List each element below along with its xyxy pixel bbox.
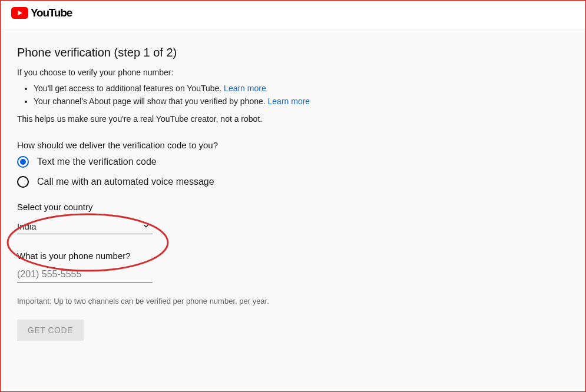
bullet-text: Your channel's About page will show that… [34, 97, 268, 106]
header: YouTube [1, 1, 585, 29]
youtube-wordmark: YouTube [31, 6, 72, 19]
country-value: India [17, 221, 37, 231]
radio-label: Text me the verification code [37, 157, 157, 167]
list-item: Your channel's About page will show that… [34, 95, 569, 108]
note-bold: Important: [17, 297, 52, 305]
list-item: You'll get access to additional features… [34, 82, 569, 95]
youtube-play-icon [11, 7, 28, 19]
phone-section: What is your phone number? [17, 251, 569, 283]
youtube-logo[interactable]: YouTube [11, 6, 72, 19]
page-title: Phone verification (step 1 of 2) [17, 46, 569, 59]
content-area: Phone verification (step 1 of 2) If you … [1, 29, 585, 389]
note-text: Up to two channels can be verified per p… [52, 297, 269, 305]
phone-input[interactable] [17, 267, 153, 283]
radio-icon-unselected [17, 176, 29, 188]
learn-more-link[interactable]: Learn more [224, 84, 266, 93]
radio-call-me[interactable]: Call me with an automated voice message [17, 176, 569, 188]
country-select[interactable]: India [17, 218, 153, 234]
helps-text: This helps us make sure you're a real Yo… [17, 114, 569, 124]
country-label: Select your country [17, 202, 170, 212]
phone-label: What is your phone number? [17, 251, 569, 261]
country-section: Select your country India [17, 202, 170, 234]
benefits-list: You'll get access to additional features… [17, 82, 569, 108]
bullet-text: You'll get access to additional features… [34, 84, 224, 93]
learn-more-link[interactable]: Learn more [268, 97, 310, 106]
radio-icon-selected [17, 156, 29, 168]
radio-text-me[interactable]: Text me the verification code [17, 156, 569, 168]
intro-text: If you choose to verify your phone numbe… [17, 68, 569, 77]
radio-label: Call me with an automated voice message [37, 177, 214, 187]
chevron-down-icon [142, 222, 150, 230]
get-code-button[interactable]: GET CODE [17, 320, 84, 341]
delivery-label: How should we deliver the verification c… [17, 140, 569, 150]
important-note: Important: Up to two channels can be ver… [17, 297, 569, 305]
